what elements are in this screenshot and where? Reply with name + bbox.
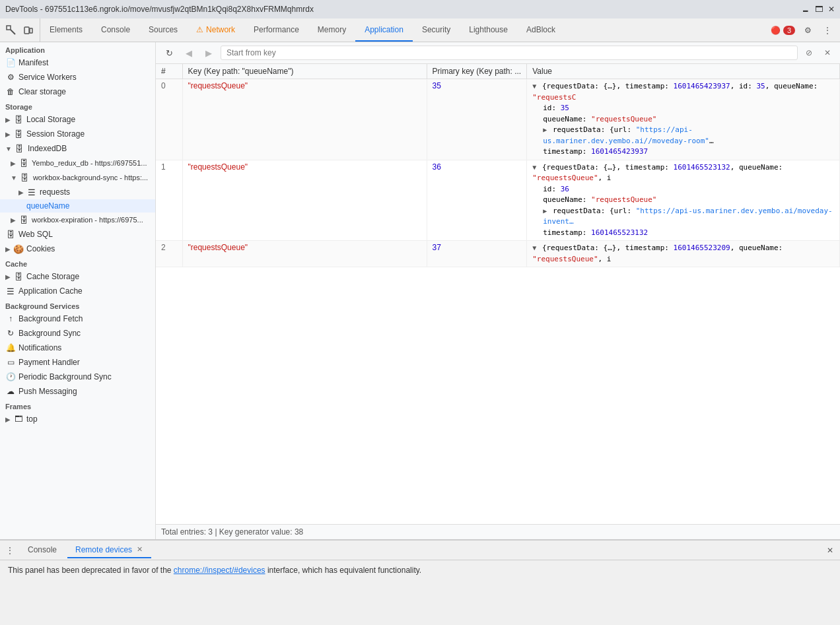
tab-lighthouse[interactable]: Lighthouse xyxy=(460,18,517,42)
cancel-search-button[interactable]: ⊘ xyxy=(802,46,816,60)
tab-elements[interactable]: Elements xyxy=(40,18,92,42)
refresh-button[interactable]: ↻ xyxy=(161,45,177,61)
manifest-label: Manifest xyxy=(18,58,48,67)
cache-storage-expand-icon: ▶ xyxy=(5,273,11,280)
prev-button[interactable]: ◀ xyxy=(181,45,197,61)
sidebar-item-bg-fetch[interactable]: ↑ Background Fetch xyxy=(0,312,155,326)
tab-right-controls: 🔴 3 ⚙ ⋮ xyxy=(765,18,840,42)
row-1-primary: 36 xyxy=(427,160,527,241)
bottom-tab-console[interactable]: Console xyxy=(20,543,65,558)
sidebar-item-requests[interactable]: ▶ ☰ requests xyxy=(0,185,155,199)
error-badge: 3 xyxy=(783,26,795,35)
application-cache-label: Application Cache xyxy=(18,286,83,296)
session-storage-db-icon: 🗄 xyxy=(13,129,24,139)
close-icon[interactable]: ✕ xyxy=(828,5,835,14)
row-0-expand-triangle[interactable]: ▼ xyxy=(532,82,536,90)
session-storage-expand-icon: ▶ xyxy=(5,131,11,138)
sidebar-item-cache-storage[interactable]: ▶ 🗄 Cache Storage xyxy=(0,269,155,284)
sidebar-item-service-workers[interactable]: ⚙ Service Workers xyxy=(0,70,155,84)
tab-memory[interactable]: Memory xyxy=(308,18,355,42)
tab-performance[interactable]: Performance xyxy=(244,18,308,42)
start-from-key-input[interactable] xyxy=(221,46,798,60)
row-2-expand-triangle[interactable]: ▼ xyxy=(532,244,536,251)
sidebar: Application 📄 Manifest ⚙ Service Workers… xyxy=(0,42,156,539)
row-2-value: ▼ {requestData: {…}, timestamp: 16014655… xyxy=(527,241,840,267)
device-toggle-icon[interactable] xyxy=(21,23,36,38)
bottom-tab-bar: ⋮ Console Remote devices ✕ ✕ xyxy=(0,541,840,560)
main-layout: Application 📄 Manifest ⚙ Service Workers… xyxy=(0,42,840,539)
row-1-num: 1 xyxy=(156,160,182,241)
sidebar-item-web-sql[interactable]: 🗄 Web SQL xyxy=(0,227,155,242)
col-header-num: # xyxy=(156,64,182,79)
sidebar-item-workbox-bg-sync[interactable]: ▼ 🗄 workbox-background-sync - https:... xyxy=(0,170,155,185)
tab-application[interactable]: Application xyxy=(355,18,413,42)
settings-button[interactable]: ⚙ xyxy=(800,23,815,38)
sidebar-item-queueName[interactable]: queueName xyxy=(0,199,155,213)
sidebar-item-indexeddb[interactable]: ▼ 🗄 IndexedDB xyxy=(0,141,155,156)
deprecated-text-suffix: interface, which has equivalent function… xyxy=(267,566,421,575)
bottom-panel-content: This panel has been deprecated in favor … xyxy=(0,560,840,625)
sidebar-item-yembo-redux[interactable]: ▶ 🗄 Yembo_redux_db - https://697551... xyxy=(0,156,155,170)
row-1-expand-triangle[interactable]: ▼ xyxy=(532,164,536,171)
push-messaging-label: Push Messaging xyxy=(18,387,77,396)
close-remote-devices-tab-button[interactable]: ✕ xyxy=(136,544,143,554)
col-header-primary: Primary key (Key path: ... xyxy=(427,64,527,79)
local-storage-label: Local Storage xyxy=(26,115,75,124)
sidebar-item-top-frame[interactable]: ▶ 🗔 top xyxy=(0,412,155,426)
bottom-panel: ⋮ Console Remote devices ✕ ✕ This panel … xyxy=(0,539,840,625)
sidebar-item-application-cache[interactable]: ☰ Application Cache xyxy=(0,284,155,298)
table-row: 2 "requestsQueue" 37 ▼ {requestData: {…}… xyxy=(156,241,840,267)
svg-rect-2 xyxy=(24,27,29,34)
sidebar-item-session-storage[interactable]: ▶ 🗄 Session Storage xyxy=(0,127,155,141)
row-0-key: "requestsQueue" xyxy=(182,79,427,160)
inspect-icon[interactable] xyxy=(4,23,18,38)
top-frame-expand-icon: ▶ xyxy=(5,416,11,423)
row-1-request-data-triangle[interactable]: ▶ xyxy=(543,207,547,214)
sidebar-item-manifest[interactable]: 📄 Manifest xyxy=(0,55,155,70)
row-0-request-data-triangle[interactable]: ▶ xyxy=(543,126,547,133)
more-button[interactable]: ⋮ xyxy=(820,23,835,38)
workbox-bg-sync-db-icon: 🗄 xyxy=(20,172,30,183)
sidebar-item-cookies[interactable]: ▶ 🍪 Cookies xyxy=(0,242,155,256)
top-frame-icon: 🗔 xyxy=(13,414,24,424)
frames-section-header: Frames xyxy=(0,399,155,412)
local-storage-expand-icon: ▶ xyxy=(5,116,11,123)
bottom-tab-remote-devices[interactable]: Remote devices ✕ xyxy=(67,542,151,558)
indexed-db-table: # Key (Key path: "queueName") Primary ke… xyxy=(156,64,840,267)
data-table-container: # Key (Key path: "queueName") Primary ke… xyxy=(156,64,840,524)
sidebar-item-push-messaging[interactable]: ☁ Push Messaging xyxy=(0,384,155,399)
sidebar-item-workbox-expiration[interactable]: ▶ 🗄 workbox-expiration - https://6975... xyxy=(0,213,155,227)
sidebar-item-bg-sync[interactable]: ↻ Background Sync xyxy=(0,326,155,341)
sidebar-item-clear-storage[interactable]: 🗑 Clear storage xyxy=(0,84,155,99)
chrome-inspect-link[interactable]: chrome://inspect/#devices xyxy=(174,566,265,575)
tab-network[interactable]: ⚠ Network xyxy=(187,18,244,42)
clear-input-button[interactable]: ✕ xyxy=(820,46,835,60)
next-button[interactable]: ▶ xyxy=(201,45,217,61)
minimize-icon[interactable]: 🗕 xyxy=(802,5,810,14)
periodic-bg-sync-icon: 🕐 xyxy=(5,372,16,382)
tab-security[interactable]: Security xyxy=(413,18,460,42)
sidebar-item-local-storage[interactable]: ▶ 🗄 Local Storage xyxy=(0,112,155,127)
periodic-bg-sync-label: Periodic Background Sync xyxy=(18,372,112,381)
row-2-num: 2 xyxy=(156,241,182,267)
close-bottom-panel-button[interactable]: ✕ xyxy=(823,543,837,558)
sidebar-item-notifications[interactable]: 🔔 Notifications xyxy=(0,341,155,355)
bg-sync-icon: ↻ xyxy=(5,328,16,339)
bottom-panel-menu-button[interactable]: ⋮ xyxy=(3,543,17,558)
manifest-icon: 📄 xyxy=(5,57,16,68)
cache-storage-db-icon: 🗄 xyxy=(13,271,24,282)
row-2-primary: 37 xyxy=(427,241,527,267)
tab-console[interactable]: Console xyxy=(92,18,139,42)
tab-adblock[interactable]: AdBlock xyxy=(517,18,565,42)
deprecated-text: This panel has been deprecated in favor … xyxy=(8,566,172,575)
workbox-bg-sync-expand-icon: ▼ xyxy=(11,174,17,181)
yembo-redux-expand-icon: ▶ xyxy=(11,160,16,167)
service-workers-label: Service Workers xyxy=(18,73,77,82)
sidebar-item-periodic-bg-sync[interactable]: 🕐 Periodic Background Sync xyxy=(0,370,155,384)
tab-list: Elements Console Sources ⚠ Network Perfo… xyxy=(40,18,765,42)
maximize-icon[interactable]: 🗖 xyxy=(815,5,823,14)
svg-line-1 xyxy=(11,30,15,34)
tab-sources[interactable]: Sources xyxy=(139,18,187,42)
sidebar-item-payment-handler[interactable]: ▭ Payment Handler xyxy=(0,355,155,370)
content-toolbar: ↻ ◀ ▶ ⊘ ✕ xyxy=(156,42,840,64)
